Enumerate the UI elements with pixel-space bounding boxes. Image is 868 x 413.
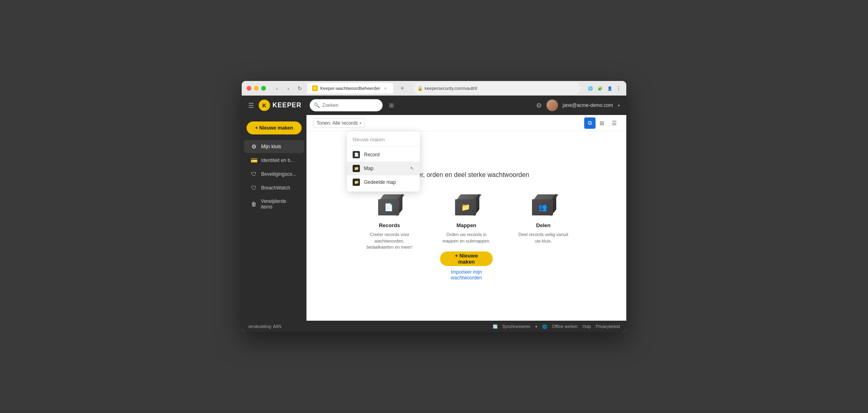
dropdown-item-shared-folder[interactable]: 📁 Gedeelde map — [347, 175, 420, 189]
dropdown-item-folder[interactable]: 📁 Map ↖ — [347, 162, 420, 175]
share-icon: 👥 — [527, 191, 560, 219]
search-icon: 🔍 — [314, 102, 320, 108]
sync-button[interactable]: Synchroniseren — [502, 324, 530, 329]
view-toggles: ⧉ ⊞ ☰ — [584, 117, 620, 129]
nav-back-button[interactable]: ‹ — [272, 84, 281, 93]
cursor-icon: ↖ — [410, 166, 414, 171]
search-input[interactable] — [322, 102, 379, 108]
tab-favicon: K — [312, 85, 318, 91]
share-feature-desc: Deel records veilig vanuit uw kluis. — [517, 232, 570, 244]
footer-right: 🔄 Synchroniseren ▾ 🌐 Offline werken Hulp… — [493, 324, 620, 329]
filter-label: Tonen: Alle records — [317, 120, 358, 126]
view-list-button[interactable]: ☰ — [608, 117, 620, 129]
dropdown-header: Nieuwe maken — [347, 134, 420, 146]
import-link[interactable]: Importeer mijn wachtwoorden — [440, 269, 493, 281]
header-settings-icon[interactable]: ⚙ — [536, 102, 542, 109]
new-item-dropdown: Nieuwe maken 📄 Record 📁 Map — [347, 131, 420, 192]
empty-state-title: Creëer, orden en deel sterke wachtwoorde… — [404, 171, 529, 179]
records-inner-icon: 📄 — [384, 203, 393, 212]
nav-forward-button[interactable]: › — [284, 84, 293, 93]
new-tab-button[interactable]: + — [398, 84, 407, 93]
records-icon: 📄 — [373, 191, 406, 219]
header-filter-button[interactable]: ⊞ — [389, 102, 394, 109]
card-icon: 💳 — [251, 157, 257, 164]
sidebar-item-my-vault[interactable]: ⚙ Mijn kluis — [244, 140, 304, 153]
share-inner-icon: 👥 — [538, 203, 547, 212]
user-dropdown-chevron[interactable]: ▾ — [618, 103, 620, 108]
breachwatch-icon: 🛡 — [251, 185, 257, 191]
browser-menu-button[interactable]: ⋮ — [616, 85, 621, 92]
folder-menu-icon: 📁 — [353, 165, 360, 172]
share-feature-name: Delen — [536, 222, 550, 228]
maximize-button[interactable] — [261, 86, 266, 91]
sidebar-item-trash[interactable]: 🗑 Verwijderde items — [244, 195, 304, 213]
dropdown-item-record[interactable]: 📄 Record — [347, 148, 420, 162]
user-name: jane@acme-demo.com — [563, 102, 613, 108]
sidebar-item-label: BreachWatch — [261, 185, 290, 191]
main-layout: + Nieuwe maken ⚙ Mijn kluis 💳 Identiteit… — [242, 115, 626, 321]
user-avatar — [547, 100, 558, 111]
header-right: ⚙ jane@acme-demo.com ▾ — [536, 100, 620, 111]
search-box[interactable]: 🔍 — [310, 99, 383, 111]
offline-button[interactable]: Offline werken — [552, 324, 578, 329]
extension-profile-icon[interactable]: 👤 — [606, 85, 613, 92]
new-item-main-button[interactable]: + Nieuwe maken — [440, 251, 493, 266]
close-button[interactable] — [247, 86, 251, 91]
new-item-sidebar-button[interactable]: + Nieuwe maken — [247, 121, 302, 134]
share-box-3d: 👥 — [530, 194, 556, 215]
shield-icon: 🛡 — [251, 171, 257, 177]
shared-folder-menu-icon: 📁 — [353, 179, 360, 186]
traffic-lights — [247, 86, 266, 91]
keeper-logo: K KEEPER — [259, 100, 302, 111]
sidebar-item-security[interactable]: 🛡 Beveiligingsco... — [244, 168, 304, 181]
logo-k: K — [262, 102, 266, 109]
view-cards-button[interactable]: ⧉ — [584, 117, 596, 129]
sidebar-item-label: Identiteit en b... — [261, 158, 294, 163]
privacy-button[interactable]: Privacybeleid — [596, 324, 620, 329]
shared-folder-icon-symbol: 📁 — [354, 180, 359, 184]
keeper-icon-letter: K — [314, 86, 317, 90]
view-grid-button[interactable]: ⊞ — [596, 117, 608, 129]
dropdown-item-folder-label: Map — [364, 166, 373, 171]
dropdown-item-shared-label: Gedeelde map — [364, 179, 396, 185]
hamburger-button[interactable]: ☰ — [248, 102, 254, 109]
sync-icon: 🔄 — [493, 324, 498, 329]
folders-feature-desc: Orden uw records in mappen en submappen. — [440, 232, 493, 244]
encryption-status: versleuteling: AAN — [248, 324, 281, 329]
browser-window: ‹ › ↻ K Keeper-wachtwoordbeheerder × + 🔒… — [242, 81, 626, 332]
records-box-3d: 📄 — [377, 194, 402, 215]
dropdown-item-record-label: Record — [364, 152, 380, 158]
tab-close-button[interactable]: × — [383, 85, 388, 91]
vault-icon: ⚙ — [251, 143, 257, 150]
records-feature-desc: Creëer records voor wachtwoorden, betaal… — [363, 232, 416, 250]
folders-inner-icon: 📁 — [461, 203, 470, 212]
nav-reload-button[interactable]: ↻ — [295, 84, 304, 93]
minimize-button[interactable] — [254, 86, 259, 91]
record-icon-symbol: 📄 — [354, 153, 359, 157]
filter-button[interactable]: Tonen: Alle records ▾ — [313, 118, 365, 128]
filter-chevron-icon: ▾ — [360, 121, 362, 125]
app-header: ☰ K KEEPER 🔍 ⊞ ⚙ jane@acme-demo.com ▾ — [242, 96, 626, 115]
sync-chevron[interactable]: ▾ — [535, 324, 537, 329]
folder-icon-symbol: 📁 — [354, 166, 359, 170]
records-feature-name: Records — [379, 222, 400, 228]
sidebar: + Nieuwe maken ⚙ Mijn kluis 💳 Identiteit… — [242, 115, 306, 321]
sidebar-item-breachwatch[interactable]: 🛡 BreachWatch — [244, 181, 304, 194]
logo-text: KEEPER — [272, 102, 302, 109]
sidebar-item-label: Verwijderde items — [261, 198, 298, 210]
url-text: keepersecurity.com/vault/# — [425, 86, 477, 91]
app-container: ☰ K KEEPER 🔍 ⊞ ⚙ jane@acme-demo.com ▾ — [242, 96, 626, 332]
trash-icon: 🗑 — [251, 201, 257, 207]
offline-icon: 🌐 — [542, 324, 547, 329]
extension-globe-icon[interactable]: 🌐 — [587, 85, 594, 92]
folders-box-3d: 📁 — [453, 194, 479, 215]
browser-chrome: ‹ › ↻ K Keeper-wachtwoordbeheerder × + 🔒… — [242, 81, 626, 96]
browser-tab-keeper[interactable]: K Keeper-wachtwoordbeheerder × — [307, 83, 393, 94]
sidebar-item-identity[interactable]: 💳 Identiteit en b... — [244, 154, 304, 167]
feature-list: 📄 Records Creëer records voor wachtwoord… — [363, 191, 570, 281]
feature-folders: 📁 Mappen Orden uw records in mappen en s… — [440, 191, 493, 281]
extension-puzzle-icon[interactable]: 🧩 — [596, 85, 604, 92]
help-button[interactable]: Hulp — [583, 324, 591, 329]
app-footer: versleuteling: AAN 🔄 Synchroniseren ▾ 🌐 … — [242, 321, 626, 332]
address-bar[interactable]: 🔒 keepersecurity.com/vault/# — [413, 82, 580, 94]
